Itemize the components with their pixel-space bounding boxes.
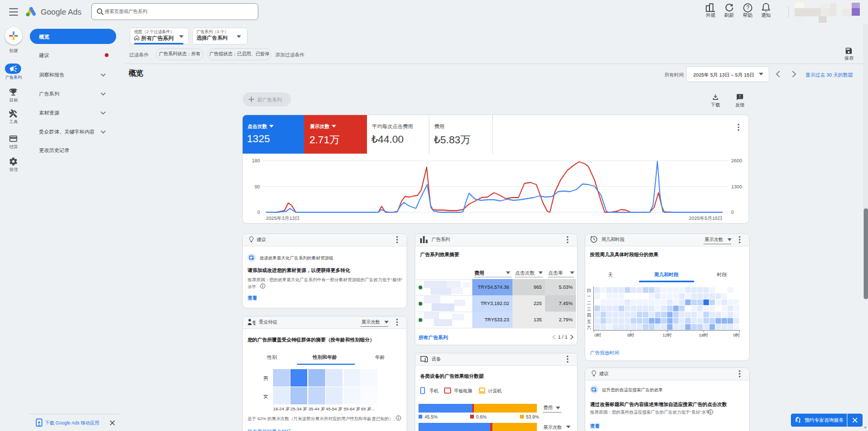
svg-text:?: ? (746, 5, 750, 11)
